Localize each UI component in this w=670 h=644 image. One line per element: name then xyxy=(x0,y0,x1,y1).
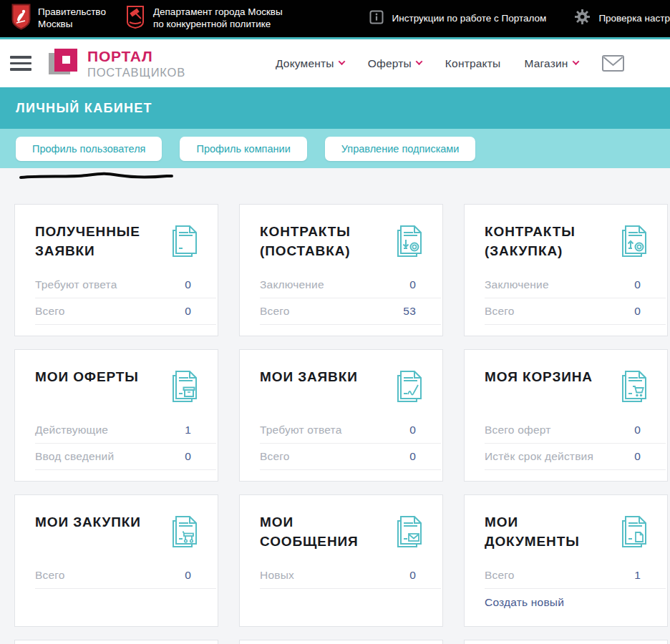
stat-value: 0 xyxy=(634,278,666,291)
doc-box-icon xyxy=(170,370,199,406)
doc-cart-icon xyxy=(620,370,649,406)
nav-shop[interactable]: Магазин xyxy=(524,57,578,70)
stat-value: 1 xyxy=(634,569,666,582)
stat-value: 0 xyxy=(634,450,666,463)
portal-logo[interactable]: ПОРТАЛ ПОСТАВЩИКОВ xyxy=(49,48,185,79)
main-nav: Документы Оферты Контракты Магазин xyxy=(276,57,578,70)
card-stats: Требуют ответа 0Всего 0 xyxy=(260,417,441,470)
stat-value: 1 xyxy=(185,424,216,436)
page-title: ЛИЧНЫЙ КАБИНЕТ xyxy=(16,101,152,116)
stat-row: Всего 53 xyxy=(260,298,441,325)
info-icon xyxy=(369,10,384,28)
dashboard-card[interactable]: КОНТРАКТЫ (ПОСТАВКА) Заключение 0Всего 5… xyxy=(239,204,443,336)
dashboard-card[interactable]: МОИ ОФЕРТЫ Действующие 1Ввод сведений 0 xyxy=(14,349,218,482)
gov2-line2: по конкурентной политике xyxy=(153,19,283,31)
tab-company-profile[interactable]: Профиль компании xyxy=(180,137,306,161)
card-title[interactable]: МОИ ЗАКУПКИ xyxy=(35,513,141,532)
card-title[interactable]: КОНТРАКТЫ (ПОСТАВКА) xyxy=(260,223,377,261)
top-gov-bar: Правительство Москвы Департамент города … xyxy=(0,0,670,39)
stat-value: 0 xyxy=(185,278,216,291)
stat-row: Требуют ответа 0 xyxy=(35,272,216,298)
dashboard-card[interactable]: МОИ ДОКУМЕНТЫ Всего 1Создать новый xyxy=(464,494,668,627)
stat-label: Всего оферт xyxy=(485,424,551,436)
gear-icon xyxy=(575,9,590,28)
nav-offers[interactable]: Оферты xyxy=(368,57,422,70)
settings-check-label: Проверка настр xyxy=(598,13,670,25)
stat-label: Действующие xyxy=(35,424,108,436)
gov2-line1: Департамент города Москвы xyxy=(153,6,283,19)
card-title[interactable]: ПОЛУЧЕННЫЕ ЗАЯВКИ xyxy=(35,223,152,261)
doc-page-icon xyxy=(620,515,649,551)
stat-row: Всего 1 xyxy=(485,562,666,589)
annotation-scribble xyxy=(19,171,175,181)
stat-row: Всего 0 xyxy=(260,444,441,470)
dashboard-card[interactable]: МОИ СООБЩЕНИЯ Новых 0 xyxy=(239,494,443,627)
card-title[interactable]: МОИ ДОКУМЕНТЫ xyxy=(485,513,601,552)
card-stats: Всего 1Создать новый xyxy=(485,562,666,615)
card-stats: Действующие 1Ввод сведений 0 xyxy=(35,417,216,470)
stat-value: 0 xyxy=(185,450,216,463)
stat-value: 0 xyxy=(634,305,666,318)
chevron-down-icon xyxy=(415,58,422,65)
stat-row: Заключение 0 xyxy=(260,272,441,298)
dashboard-card[interactable]: МОИ ЗАЯВКИ Требуют ответа 0Всего 0 xyxy=(239,349,443,482)
stat-label: Истёк срок действия xyxy=(485,450,593,463)
doc-envelope-icon xyxy=(395,515,424,551)
card-title[interactable]: МОИ ОФЕРТЫ xyxy=(35,368,139,387)
moscow-government-link[interactable]: Правительство Москвы xyxy=(11,4,106,34)
create-new-link[interactable]: Создать новый xyxy=(485,596,564,609)
moscow-coat-of-arms-icon xyxy=(11,4,31,34)
card-stats: Заключение 0Всего 53 xyxy=(260,272,441,325)
doc-signature-icon xyxy=(395,370,424,406)
dashboard-grid: ПОЛУЧЕННЫЕ ЗАЯВКИ Требуют ответа 0Всего … xyxy=(14,204,668,644)
hamburger-menu-icon[interactable] xyxy=(10,56,31,71)
nav-documents[interactable]: Документы xyxy=(276,57,344,70)
card-title[interactable]: МОЯ КОРЗИНА xyxy=(485,368,593,387)
card-stats: Требуют ответа 0Всего 0 xyxy=(35,272,216,325)
stat-row: Всего оферт 0 xyxy=(485,417,666,444)
tab-user-profile[interactable]: Профиль пользователя xyxy=(16,137,162,161)
partial-card xyxy=(464,640,668,644)
gov1-line1: Правительство xyxy=(38,6,106,19)
card-stats: Всего 0 xyxy=(35,562,216,589)
tab-subscriptions[interactable]: Управление подписками xyxy=(325,137,476,161)
messages-envelope-icon[interactable] xyxy=(602,55,624,72)
nav-contracts[interactable]: Контракты xyxy=(445,57,501,70)
instructions-label: Инструкции по работе с Порталом xyxy=(392,13,547,25)
stat-label: Заключение xyxy=(485,278,549,291)
card-stats: Новых 0 xyxy=(260,562,441,589)
stat-label: Новых xyxy=(260,569,294,582)
site-header: ПОРТАЛ ПОСТАВЩИКОВ Документы Оферты Конт… xyxy=(0,39,670,87)
stat-row: Ввод сведений 0 xyxy=(35,444,216,470)
stat-label: Всего xyxy=(485,305,515,318)
dashboard-card[interactable]: КОНТРАКТЫ (ЗАКУПКА) Заключение 0Всего 0 xyxy=(464,204,668,336)
chevron-down-icon xyxy=(572,58,579,65)
cabinet-tabs-band: Профиль пользователя Профиль компании Уп… xyxy=(0,129,670,168)
portal-logo-mark-icon xyxy=(49,49,79,79)
stat-row: Действующие 1 xyxy=(35,417,216,444)
dashboard-card[interactable]: МОЯ КОРЗИНА Всего оферт 0Истёк срок дейс… xyxy=(464,349,668,482)
card-title[interactable]: МОИ СООБЩЕНИЯ xyxy=(260,513,377,552)
dashboard-card[interactable]: МОИ ЗАКУПКИ Всего 0 xyxy=(14,494,218,627)
stat-row: Истёк срок действия 0 xyxy=(485,444,666,470)
doc-seal-arrow-down-icon xyxy=(395,225,424,260)
card-title[interactable]: КОНТРАКТЫ (ЗАКУПКА) xyxy=(485,223,601,261)
stat-value: 53 xyxy=(403,305,441,318)
dashboard-card[interactable]: ПОЛУЧЕННЫЕ ЗАЯВКИ Требуют ответа 0Всего … xyxy=(14,204,218,336)
tender-department-link[interactable]: Департамент города Москвы по конкурентно… xyxy=(125,5,283,33)
stat-value: 0 xyxy=(409,450,441,463)
partial-card xyxy=(239,640,443,644)
cabinet-title-band: ЛИЧНЫЙ КАБИНЕТ xyxy=(0,87,670,129)
stat-label: Требуют ответа xyxy=(35,278,117,291)
stat-value: 0 xyxy=(409,569,441,582)
stat-value: 0 xyxy=(409,278,441,291)
card-title[interactable]: МОИ ЗАЯВКИ xyxy=(260,368,358,387)
instructions-link[interactable]: Инструкции по работе с Порталом xyxy=(369,10,547,28)
stat-row: Всего 0 xyxy=(35,562,216,589)
settings-check-link[interactable]: Проверка настр xyxy=(575,9,670,28)
stat-row: Новых 0 xyxy=(260,562,441,589)
stat-row: Заключение 0 xyxy=(485,272,666,298)
stat-row: Всего 0 xyxy=(35,298,216,325)
stat-label: Всего xyxy=(35,305,65,318)
doc-trolley-icon xyxy=(170,515,199,551)
